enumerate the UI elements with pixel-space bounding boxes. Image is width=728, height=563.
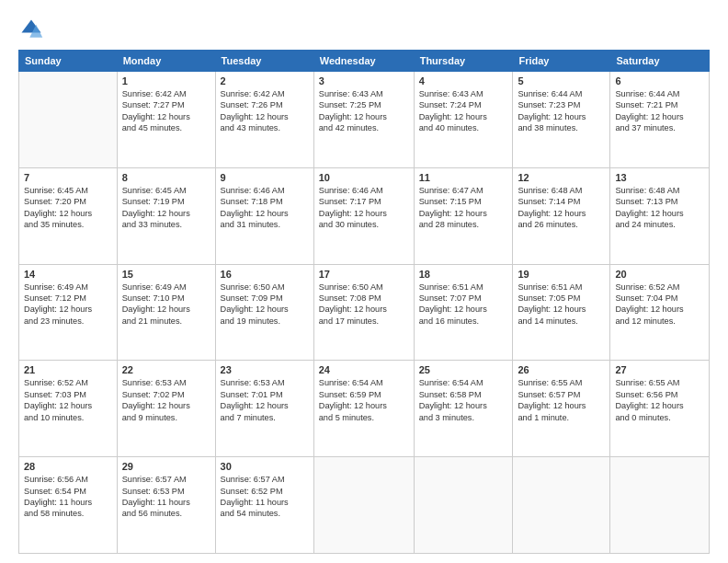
day-detail: Sunrise: 6:53 AM Sunset: 7:01 PM Dayligh…	[221, 377, 309, 423]
day-detail: Sunrise: 6:51 AM Sunset: 7:05 PM Dayligh…	[518, 282, 605, 327]
day-number: 27	[615, 364, 704, 375]
day-number: 15	[122, 269, 210, 280]
day-detail: Sunrise: 6:57 AM Sunset: 6:52 PM Dayligh…	[221, 474, 309, 520]
calendar-cell: 4Sunrise: 6:43 AM Sunset: 7:24 PM Daylig…	[414, 72, 513, 168]
calendar-cell: 17Sunrise: 6:50 AM Sunset: 7:08 PM Dayli…	[313, 264, 414, 361]
calendar-cell: 27Sunrise: 6:55 AM Sunset: 6:56 PM Dayli…	[610, 361, 710, 457]
header	[18, 17, 710, 42]
calendar-cell: 3Sunrise: 6:43 AM Sunset: 7:25 PM Daylig…	[313, 72, 414, 168]
calendar-cell: 5Sunrise: 6:44 AM Sunset: 7:23 PM Daylig…	[513, 72, 610, 168]
calendar-cell: 19Sunrise: 6:51 AM Sunset: 7:05 PM Dayli…	[513, 264, 610, 361]
calendar-cell: 7Sunrise: 6:45 AM Sunset: 7:20 PM Daylig…	[19, 167, 118, 264]
weekday-header-tuesday: Tuesday	[215, 51, 313, 72]
calendar-cell: 25Sunrise: 6:54 AM Sunset: 6:58 PM Dayli…	[414, 361, 513, 457]
day-number: 14	[24, 269, 112, 280]
day-detail: Sunrise: 6:46 AM Sunset: 7:17 PM Dayligh…	[319, 185, 409, 231]
day-detail: Sunrise: 6:42 AM Sunset: 7:27 PM Dayligh…	[122, 88, 210, 134]
day-number: 29	[122, 461, 210, 472]
day-number: 10	[319, 172, 409, 183]
day-detail: Sunrise: 6:44 AM Sunset: 7:23 PM Dayligh…	[518, 88, 605, 134]
day-detail: Sunrise: 6:55 AM Sunset: 6:56 PM Dayligh…	[615, 377, 704, 423]
day-number: 2	[221, 75, 309, 86]
calendar-cell: 9Sunrise: 6:46 AM Sunset: 7:18 PM Daylig…	[215, 167, 313, 264]
day-number: 30	[221, 461, 309, 472]
day-detail: Sunrise: 6:46 AM Sunset: 7:18 PM Dayligh…	[221, 185, 309, 231]
calendar-cell	[610, 457, 710, 554]
day-detail: Sunrise: 6:44 AM Sunset: 7:21 PM Dayligh…	[615, 88, 704, 134]
calendar-cell: 1Sunrise: 6:42 AM Sunset: 7:27 PM Daylig…	[117, 72, 215, 168]
day-detail: Sunrise: 6:43 AM Sunset: 7:24 PM Dayligh…	[419, 88, 508, 134]
calendar-cell	[414, 457, 513, 554]
weekday-header-wednesday: Wednesday	[313, 51, 414, 72]
day-detail: Sunrise: 6:48 AM Sunset: 7:13 PM Dayligh…	[615, 185, 704, 231]
calendar-cell: 18Sunrise: 6:51 AM Sunset: 7:07 PM Dayli…	[414, 264, 513, 361]
calendar-cell: 12Sunrise: 6:48 AM Sunset: 7:14 PM Dayli…	[513, 167, 610, 264]
day-detail: Sunrise: 6:55 AM Sunset: 6:57 PM Dayligh…	[518, 377, 605, 423]
day-number: 21	[24, 364, 112, 375]
day-detail: Sunrise: 6:57 AM Sunset: 6:53 PM Dayligh…	[122, 474, 210, 520]
weekday-header-thursday: Thursday	[414, 51, 513, 72]
day-detail: Sunrise: 6:53 AM Sunset: 7:02 PM Dayligh…	[122, 377, 210, 423]
calendar-cell: 22Sunrise: 6:53 AM Sunset: 7:02 PM Dayli…	[117, 361, 215, 457]
calendar-cell: 20Sunrise: 6:52 AM Sunset: 7:04 PM Dayli…	[610, 264, 710, 361]
day-number: 18	[419, 269, 508, 280]
calendar-week-row: 7Sunrise: 6:45 AM Sunset: 7:20 PM Daylig…	[19, 167, 710, 264]
logo-icon	[18, 17, 44, 42]
day-number: 23	[221, 364, 309, 375]
day-detail: Sunrise: 6:45 AM Sunset: 7:19 PM Dayligh…	[122, 185, 210, 231]
weekday-header-monday: Monday	[117, 51, 215, 72]
day-detail: Sunrise: 6:50 AM Sunset: 7:08 PM Dayligh…	[319, 282, 409, 327]
calendar-cell: 14Sunrise: 6:49 AM Sunset: 7:12 PM Dayli…	[19, 264, 118, 361]
day-number: 3	[319, 75, 409, 86]
day-number: 20	[615, 269, 704, 280]
calendar-table: SundayMondayTuesdayWednesdayThursdayFrid…	[18, 50, 710, 554]
day-number: 5	[518, 75, 605, 86]
calendar-cell: 23Sunrise: 6:53 AM Sunset: 7:01 PM Dayli…	[215, 361, 313, 457]
calendar-header-row: SundayMondayTuesdayWednesdayThursdayFrid…	[19, 51, 710, 72]
day-detail: Sunrise: 6:52 AM Sunset: 7:03 PM Dayligh…	[24, 377, 112, 423]
day-number: 8	[122, 172, 210, 183]
day-detail: Sunrise: 6:51 AM Sunset: 7:07 PM Dayligh…	[419, 282, 508, 327]
weekday-header-sunday: Sunday	[19, 51, 118, 72]
calendar-cell	[513, 457, 610, 554]
day-number: 26	[518, 364, 605, 375]
day-number: 7	[24, 172, 112, 183]
calendar-cell: 10Sunrise: 6:46 AM Sunset: 7:17 PM Dayli…	[313, 167, 414, 264]
day-detail: Sunrise: 6:49 AM Sunset: 7:10 PM Dayligh…	[122, 282, 210, 327]
day-number: 25	[419, 364, 508, 375]
calendar-cell: 28Sunrise: 6:56 AM Sunset: 6:54 PM Dayli…	[19, 457, 118, 554]
day-number: 17	[319, 269, 409, 280]
calendar-cell: 11Sunrise: 6:47 AM Sunset: 7:15 PM Dayli…	[414, 167, 513, 264]
day-detail: Sunrise: 6:54 AM Sunset: 6:58 PM Dayligh…	[419, 377, 508, 423]
day-detail: Sunrise: 6:50 AM Sunset: 7:09 PM Dayligh…	[221, 282, 309, 327]
day-number: 28	[24, 461, 112, 472]
calendar-week-row: 14Sunrise: 6:49 AM Sunset: 7:12 PM Dayli…	[19, 264, 710, 361]
day-detail: Sunrise: 6:49 AM Sunset: 7:12 PM Dayligh…	[24, 282, 112, 327]
day-detail: Sunrise: 6:47 AM Sunset: 7:15 PM Dayligh…	[419, 185, 508, 231]
calendar-week-row: 21Sunrise: 6:52 AM Sunset: 7:03 PM Dayli…	[19, 361, 710, 457]
weekday-header-saturday: Saturday	[610, 51, 710, 72]
day-number: 12	[518, 172, 605, 183]
calendar-cell: 16Sunrise: 6:50 AM Sunset: 7:09 PM Dayli…	[215, 264, 313, 361]
calendar-cell: 29Sunrise: 6:57 AM Sunset: 6:53 PM Dayli…	[117, 457, 215, 554]
page: SundayMondayTuesdayWednesdayThursdayFrid…	[0, 0, 728, 563]
calendar-week-row: 28Sunrise: 6:56 AM Sunset: 6:54 PM Dayli…	[19, 457, 710, 554]
day-detail: Sunrise: 6:42 AM Sunset: 7:26 PM Dayligh…	[221, 88, 309, 134]
weekday-header-friday: Friday	[513, 51, 610, 72]
calendar-cell: 8Sunrise: 6:45 AM Sunset: 7:19 PM Daylig…	[117, 167, 215, 264]
logo	[18, 17, 48, 42]
day-number: 13	[615, 172, 704, 183]
calendar-cell: 21Sunrise: 6:52 AM Sunset: 7:03 PM Dayli…	[19, 361, 118, 457]
day-number: 16	[221, 269, 309, 280]
day-detail: Sunrise: 6:45 AM Sunset: 7:20 PM Dayligh…	[24, 185, 112, 231]
day-detail: Sunrise: 6:52 AM Sunset: 7:04 PM Dayligh…	[615, 282, 704, 327]
calendar-cell: 26Sunrise: 6:55 AM Sunset: 6:57 PM Dayli…	[513, 361, 610, 457]
day-number: 4	[419, 75, 508, 86]
day-detail: Sunrise: 6:56 AM Sunset: 6:54 PM Dayligh…	[24, 474, 112, 520]
calendar-week-row: 1Sunrise: 6:42 AM Sunset: 7:27 PM Daylig…	[19, 72, 710, 168]
day-detail: Sunrise: 6:43 AM Sunset: 7:25 PM Dayligh…	[319, 88, 409, 134]
day-detail: Sunrise: 6:48 AM Sunset: 7:14 PM Dayligh…	[518, 185, 605, 231]
calendar-cell: 30Sunrise: 6:57 AM Sunset: 6:52 PM Dayli…	[215, 457, 313, 554]
calendar-cell: 15Sunrise: 6:49 AM Sunset: 7:10 PM Dayli…	[117, 264, 215, 361]
day-number: 22	[122, 364, 210, 375]
